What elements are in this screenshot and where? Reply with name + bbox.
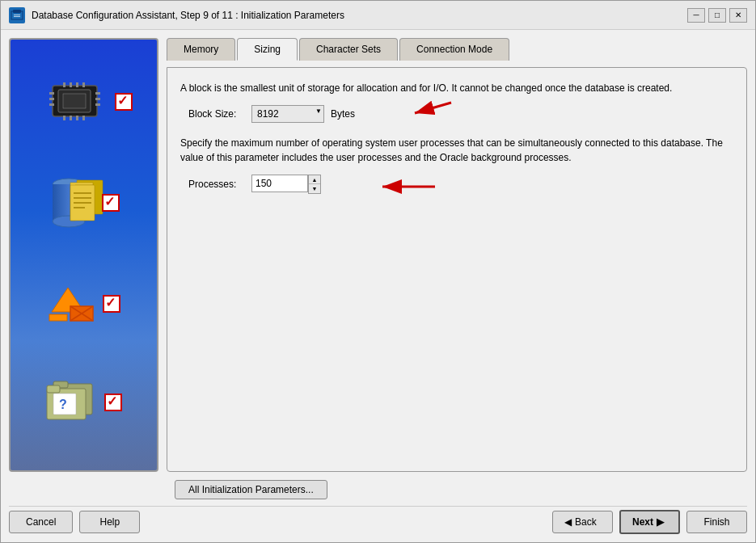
block-size-select-wrapper: 8192 4096 16384 32768	[251, 105, 324, 123]
checkbox-4[interactable]	[104, 394, 122, 411]
svg-rect-20	[82, 116, 85, 120]
processes-label: Processes:	[188, 179, 245, 190]
svg-rect-17	[63, 116, 65, 120]
minimize-button[interactable]: ─	[687, 8, 705, 23]
back-chevron-icon: ◀	[564, 516, 572, 528]
svg-rect-11	[95, 98, 100, 100]
close-button[interactable]: ✕	[729, 8, 747, 23]
processes-description: Specify the maximum number of operating …	[180, 136, 733, 165]
tab-sizing[interactable]: Sizing	[237, 38, 298, 61]
block-size-description: A block is the smallest unit of storage …	[180, 81, 733, 95]
files-illustration	[49, 175, 89, 231]
checkbox-2[interactable]	[102, 194, 120, 212]
window-title: Database Configuration Assistant, Step 9…	[32, 10, 681, 21]
svg-rect-19	[76, 116, 78, 120]
title-bar: Database Configuration Assistant, Step 9…	[1, 1, 755, 30]
block-size-arrow	[391, 99, 455, 127]
back-label: Back	[575, 516, 597, 528]
tab-memory[interactable]: Memory	[167, 38, 235, 61]
processes-input[interactable]: 150	[251, 175, 308, 192]
svg-rect-32	[49, 314, 67, 321]
right-buttons: ◀ Back Next ▶ Finish	[552, 510, 747, 534]
left-panel: ?	[9, 38, 158, 472]
svg-rect-2	[14, 15, 20, 15]
app-icon	[9, 7, 25, 23]
checkbox-3[interactable]	[103, 295, 120, 313]
file-stack-icon	[69, 179, 105, 229]
processes-row: Processes: 150 ▲ ▼	[180, 175, 733, 194]
processes-decrement[interactable]: ▼	[309, 184, 320, 193]
left-buttons: Cancel Help	[9, 511, 140, 533]
next-chevron-icon: ▶	[657, 516, 664, 528]
svg-rect-3	[14, 16, 20, 17]
cancel-button[interactable]: Cancel	[9, 511, 73, 533]
svg-rect-14	[70, 82, 72, 87]
left-item-files	[49, 175, 120, 231]
bytes-label: Bytes	[331, 108, 355, 120]
svg-rect-12	[95, 103, 100, 106]
next-label: Next	[632, 516, 653, 528]
svg-rect-1	[13, 10, 21, 13]
main-window: Database Configuration Assistant, Step 9…	[0, 0, 756, 543]
processes-section: Specify the maximum number of operating …	[180, 136, 733, 194]
svg-text:?: ?	[59, 398, 67, 411]
svg-rect-8	[49, 98, 54, 100]
svg-rect-13	[63, 82, 65, 87]
right-panel: Memory Sizing Character Sets Connection …	[167, 38, 747, 472]
svg-rect-7	[49, 92, 54, 95]
tab-connection-mode[interactable]: Connection Mode	[399, 38, 509, 61]
left-item-chip	[19, 82, 149, 122]
tab-character-sets[interactable]: Character Sets	[299, 38, 398, 61]
sizing-content-panel: A block is the smallest unit of storage …	[167, 67, 747, 472]
checkbox-1[interactable]	[115, 93, 133, 111]
left-item-folder: ?	[45, 377, 122, 428]
init-params-container: All Initialization Parameters...	[9, 480, 747, 499]
window-controls: ─ □ ✕	[687, 8, 747, 23]
svg-rect-6	[63, 94, 86, 108]
shapes-illustration	[48, 284, 96, 325]
svg-rect-9	[49, 103, 54, 106]
finish-button[interactable]: Finish	[686, 511, 747, 533]
processes-arrow	[358, 175, 439, 199]
bottom-area: All Initialization Parameters... Cancel …	[1, 480, 755, 542]
svg-rect-10	[95, 92, 100, 95]
processes-spinner: ▲ ▼	[308, 175, 321, 194]
block-size-row: Block Size: 8192 4096 16384 32768 Bytes	[180, 105, 733, 123]
next-button[interactable]: Next ▶	[619, 510, 680, 534]
all-init-params-button[interactable]: All Initialization Parameters...	[175, 480, 327, 499]
help-button[interactable]: Help	[79, 511, 140, 533]
svg-rect-39	[47, 385, 60, 393]
tabs-container: Memory Sizing Character Sets Connection …	[167, 38, 747, 61]
block-size-select[interactable]: 8192 4096 16384 32768	[251, 105, 324, 123]
block-size-section: A block is the smallest unit of storage …	[180, 81, 733, 123]
svg-rect-18	[70, 116, 72, 120]
chip-illustration	[49, 82, 105, 122]
main-content: ? Memory Sizing Character Sets Connectio…	[1, 30, 755, 480]
svg-rect-15	[76, 82, 78, 87]
maximize-button[interactable]: □	[708, 8, 726, 23]
folder-illustration: ?	[45, 377, 98, 428]
processes-input-group: 150 ▲ ▼	[251, 175, 321, 194]
button-bar: Cancel Help ◀ Back Next ▶ Finish	[9, 506, 747, 534]
processes-increment[interactable]: ▲	[309, 175, 320, 184]
block-size-label: Block Size:	[188, 108, 245, 120]
svg-rect-16	[82, 82, 85, 87]
left-item-shapes	[48, 284, 120, 325]
back-button[interactable]: ◀ Back	[552, 511, 613, 533]
